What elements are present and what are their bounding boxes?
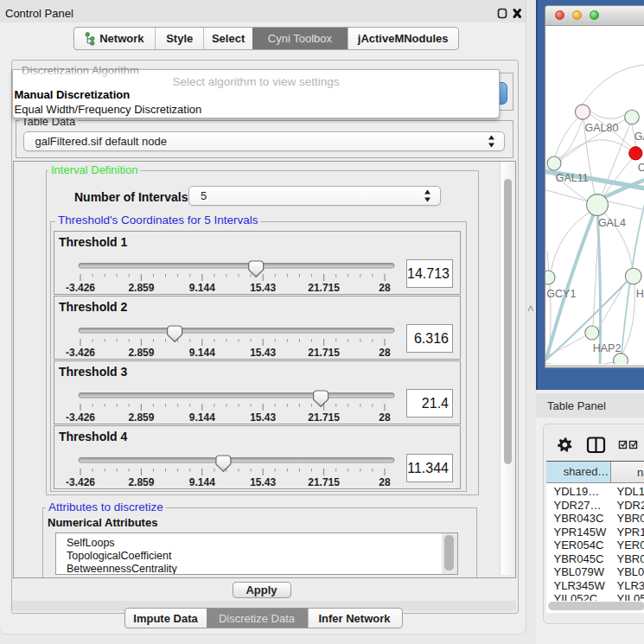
svg-text:2.859: 2.859: [128, 347, 154, 359]
svg-text:9.144: 9.144: [189, 476, 215, 488]
svg-text:HA: HA: [636, 288, 644, 300]
svg-text:2.859: 2.859: [128, 476, 154, 488]
svg-text:9.144: 9.144: [189, 411, 215, 424]
svg-text:15.43: 15.43: [250, 476, 276, 488]
svg-text:-3.426: -3.426: [66, 411, 95, 424]
svg-text:GAL11: GAL11: [556, 172, 589, 184]
svg-text:GCY1: GCY1: [546, 288, 576, 300]
svg-text:28: 28: [379, 476, 391, 488]
svg-text:28: 28: [379, 411, 391, 424]
svg-text:21.715: 21.715: [308, 282, 340, 294]
svg-text:C: C: [638, 162, 644, 174]
svg-text:15.43: 15.43: [250, 411, 276, 424]
svg-text:15.43: 15.43: [250, 282, 276, 294]
svg-text:21.715: 21.715: [308, 411, 340, 424]
svg-text:15.43: 15.43: [250, 347, 276, 359]
svg-text:2.859: 2.859: [128, 411, 154, 424]
svg-text:28: 28: [379, 347, 391, 359]
svg-text:GAL4: GAL4: [598, 217, 626, 229]
svg-text:28: 28: [379, 282, 391, 294]
svg-text:GAL80: GAL80: [585, 122, 619, 134]
svg-text:HAP2: HAP2: [593, 342, 622, 354]
svg-text:2.859: 2.859: [128, 282, 154, 294]
svg-text:9.144: 9.144: [189, 347, 215, 359]
svg-text:-3.426: -3.426: [66, 476, 95, 488]
svg-text:21.715: 21.715: [308, 347, 340, 359]
svg-text:-3.426: -3.426: [66, 282, 95, 294]
svg-text:-3.426: -3.426: [66, 347, 95, 359]
svg-text:21.715: 21.715: [308, 476, 340, 488]
svg-text:GA: GA: [634, 131, 644, 143]
svg-text:9.144: 9.144: [189, 282, 215, 294]
